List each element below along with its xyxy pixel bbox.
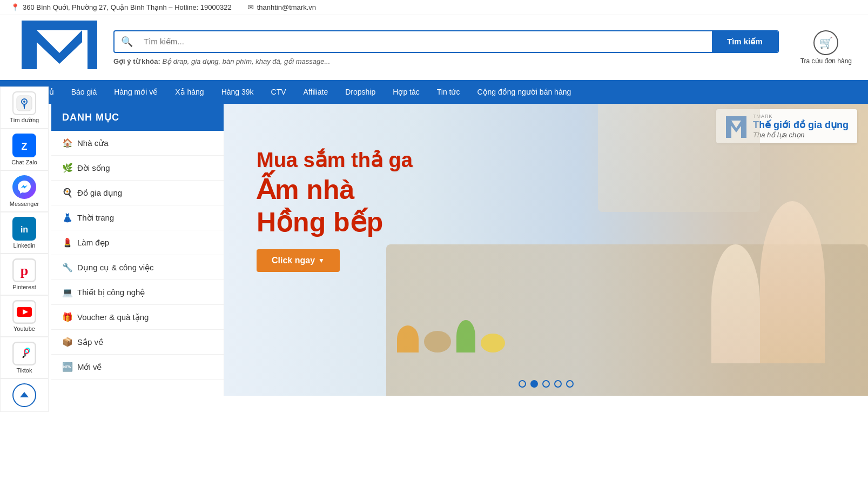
thoi-trang-icon: 👗 bbox=[62, 212, 73, 223]
svg-text:p: p bbox=[21, 263, 28, 278]
nav-item-affiliate[interactable]: Affiliate bbox=[295, 80, 337, 104]
svg-rect-4 bbox=[16, 21, 22, 69]
address-text: 360 Bình Quới, Phường 27, Quận Bình Thạn… bbox=[23, 3, 232, 11]
nha-cua-label: Nhà cửa bbox=[77, 138, 109, 148]
banner-brand-slogan2: Tha hồ lựa chọn bbox=[753, 131, 849, 139]
do-gia-dung-icon: 🍳 bbox=[62, 188, 73, 198]
social-pinterest[interactable]: p Pinterest bbox=[0, 254, 49, 295]
category-header: DANH MỤC bbox=[51, 104, 224, 131]
svg-rect-2 bbox=[88, 21, 97, 69]
nav-item-tintuc[interactable]: Tin tức bbox=[428, 80, 469, 104]
nav-item-ctv[interactable]: CTV bbox=[263, 80, 295, 104]
dot-2[interactable] bbox=[530, 380, 538, 388]
nav-item-baogias[interactable]: Báo giá bbox=[63, 80, 105, 104]
search-input[interactable] bbox=[139, 31, 712, 51]
nav-item-dropship[interactable]: Dropship bbox=[337, 80, 384, 104]
click-ngay-button[interactable]: Click ngay bbox=[257, 249, 340, 272]
social-sidebar: Tìm đường Z Chat Zalo Messenger bbox=[0, 87, 49, 396]
location-icon: 📍 bbox=[11, 3, 19, 11]
banner-text: Mua sắm thả ga Ấm nhà Hồng bếp Click nga… bbox=[257, 147, 413, 272]
dot-5[interactable] bbox=[566, 380, 574, 388]
do-gia-dung-label: Đồ gia dụng bbox=[77, 188, 122, 198]
category-nha-cua[interactable]: 🏠 Nhà cửa bbox=[51, 131, 224, 156]
social-messenger[interactable]: Messenger bbox=[0, 170, 49, 212]
nav-item-congdong[interactable]: Cộng đồng người bán hàng bbox=[468, 80, 580, 104]
dot-3[interactable] bbox=[542, 380, 550, 388]
category-dung-cu[interactable]: 🔧 Dụng cụ & công việc bbox=[51, 255, 224, 280]
banner-brand-slogan1: Thế giới đồ gia dụng bbox=[753, 119, 849, 131]
main-nav: Trang chủ Báo giá Hàng mới về Xả hàng Hà… bbox=[0, 80, 868, 104]
suggestions-label: Gợi ý từ khóa: bbox=[113, 57, 160, 65]
sap-ve-icon: 📦 bbox=[62, 337, 73, 347]
header: 🔍 Tìm kiếm Gợi ý từ khóa: Bộ drap, gia d… bbox=[0, 15, 868, 80]
dung-cu-label: Dụng cụ & công việc bbox=[77, 263, 154, 272]
category-thiet-bi[interactable]: 💻 Thiết bị công nghệ bbox=[51, 280, 224, 305]
cart-icon: 🛒 bbox=[813, 30, 838, 55]
banner-area: TMARK Thế giới đồ gia dụng Tha hồ lựa ch… bbox=[224, 104, 868, 396]
tmark-label: TMARK bbox=[753, 114, 849, 119]
linkedin-icon: in bbox=[12, 217, 36, 241]
youtube-icon bbox=[12, 300, 36, 324]
dot-1[interactable] bbox=[519, 380, 526, 388]
social-linkedin[interactable]: in Linkedin bbox=[0, 212, 49, 254]
banner-line1: Mua sắm thả ga bbox=[257, 147, 413, 174]
doi-song-label: Đời sống bbox=[77, 163, 110, 173]
linkedin-label: Linkedin bbox=[14, 242, 36, 249]
moi-ve-icon: 🆕 bbox=[62, 362, 73, 372]
voucher-label: Voucher & quà tặng bbox=[77, 312, 149, 322]
lam-dep-icon: 💄 bbox=[62, 237, 73, 248]
timduo-icon bbox=[12, 91, 36, 115]
moi-ve-label: Mới về bbox=[77, 362, 102, 372]
category-sap-ve[interactable]: 📦 Sắp về bbox=[51, 330, 224, 355]
category-voucher[interactable]: 🎁 Voucher & quà tặng bbox=[51, 305, 224, 330]
lam-dep-label: Làm đẹp bbox=[77, 238, 109, 248]
social-scroll-up[interactable] bbox=[0, 378, 49, 396]
zalo-label: Chat Zalo bbox=[11, 159, 37, 165]
thoi-trang-label: Thời trang bbox=[77, 213, 114, 223]
search-suggestions: Gợi ý từ khóa: Bộ drap, gia dụng, bàn ph… bbox=[113, 57, 779, 65]
svg-marker-3 bbox=[37, 30, 82, 64]
main-content: TMARK Thế giới đồ gia dụng Tha hồ lựa ch… bbox=[224, 104, 868, 396]
address-info: 📍 360 Bình Quới, Phường 27, Quận Bình Th… bbox=[11, 3, 232, 11]
cart-area[interactable]: 🛒 Tra cứu đơn hàng bbox=[800, 30, 852, 65]
search-button[interactable]: Tìm kiếm bbox=[712, 31, 778, 52]
banner-dots bbox=[519, 380, 574, 388]
cart-label: Tra cứu đơn hàng bbox=[800, 57, 852, 65]
social-youtube[interactable]: Youtube bbox=[0, 295, 49, 337]
voucher-icon: 🎁 bbox=[62, 312, 73, 322]
tiktok-icon: ♪ bbox=[12, 342, 36, 365]
messenger-label: Messenger bbox=[10, 201, 39, 207]
nav-item-hang39k[interactable]: Hàng 39k bbox=[213, 80, 263, 104]
svg-point-8 bbox=[23, 101, 25, 103]
top-bar: 📍 360 Bình Quới, Phường 27, Quận Bình Th… bbox=[0, 0, 868, 15]
content-area: Tìm đường Z Chat Zalo Messenger bbox=[0, 104, 868, 396]
category-lam-dep[interactable]: 💄 Làm đẹp bbox=[51, 230, 224, 255]
sap-ve-label: Sắp về bbox=[77, 337, 103, 347]
category-moi-ve[interactable]: 🆕 Mới về bbox=[51, 355, 224, 380]
scroll-up-icon bbox=[12, 383, 36, 396]
nav-item-hangmoive[interactable]: Hàng mới về bbox=[105, 80, 166, 104]
left-sidebar: DANH MỤC 🏠 Nhà cửa 🌿 Đời sống 🍳 Đồ gia d… bbox=[51, 104, 224, 396]
search-icon: 🔍 bbox=[115, 36, 139, 48]
nav-item-hoptac[interactable]: Hợp tác bbox=[384, 80, 428, 104]
tmark-brand-text: TMARK Thế giới đồ gia dụng Tha hồ lựa ch… bbox=[753, 114, 849, 139]
social-tiktok[interactable]: ♪ Tiktok bbox=[0, 337, 49, 378]
category-thoi-trang[interactable]: 👗 Thời trang bbox=[51, 205, 224, 230]
youtube-label: Youtube bbox=[14, 325, 35, 332]
messenger-icon bbox=[12, 175, 36, 199]
email-icon: ✉ bbox=[248, 3, 254, 11]
banner-line3: Hồng bếp bbox=[257, 206, 413, 238]
dot-4[interactable] bbox=[554, 380, 562, 388]
social-zalo[interactable]: Z Chat Zalo bbox=[0, 129, 49, 170]
email-info: ✉ thanhtin@tmark.vn bbox=[248, 3, 316, 11]
category-doi-song[interactable]: 🌿 Đời sống bbox=[51, 156, 224, 181]
social-timduo[interactable]: Tìm đường bbox=[0, 87, 49, 129]
nha-cua-icon: 🏠 bbox=[62, 138, 73, 148]
nav-item-xahang[interactable]: Xả hàng bbox=[166, 80, 212, 104]
doi-song-icon: 🌿 bbox=[62, 163, 73, 173]
category-do-gia-dung[interactable]: 🍳 Đồ gia dụng bbox=[51, 181, 224, 205]
logo[interactable] bbox=[16, 21, 103, 75]
dung-cu-icon: 🔧 bbox=[62, 262, 73, 272]
thiet-bi-label: Thiết bị công nghệ bbox=[77, 288, 145, 297]
pinterest-label: Pinterest bbox=[12, 284, 36, 290]
